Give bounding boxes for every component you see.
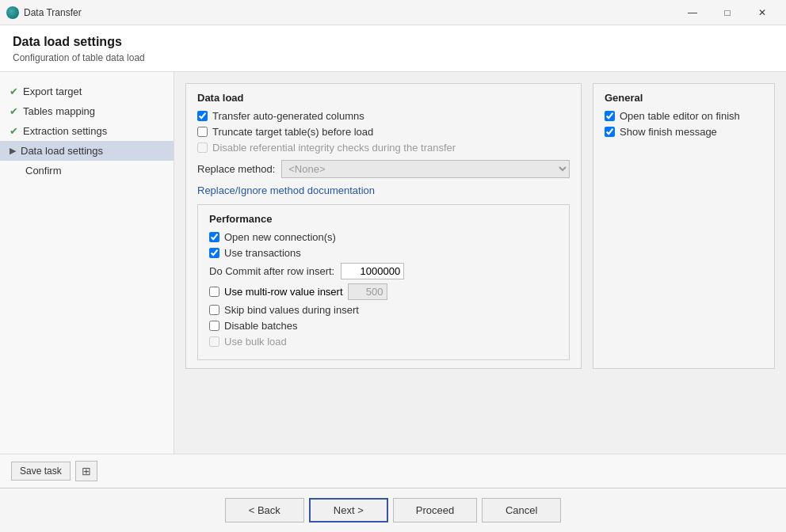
data-load-title: Data load (197, 92, 570, 104)
window-controls: — □ ✕ (675, 0, 780, 25)
minimize-button[interactable]: — (675, 0, 710, 25)
transfer-auto-label: Transfer auto-generated columns (212, 110, 364, 122)
sidebar-item-tables-mapping[interactable]: ✔ Tables mapping (0, 101, 174, 121)
performance-title: Performance (209, 213, 558, 225)
checkbox-row-show-finish-message: Show finish message (605, 126, 763, 138)
check-icon: ✔ (10, 86, 18, 97)
page-title: Data load settings (13, 35, 773, 49)
use-transactions-label: Use transactions (224, 247, 301, 259)
cancel-button[interactable]: Cancel (482, 498, 561, 522)
use-bulk-label: Use bulk load (224, 336, 287, 348)
replace-method-select[interactable]: <None> (281, 160, 570, 178)
checkbox-row-open-table-editor: Open table editor on finish (605, 110, 763, 122)
sidebar-label-tables-mapping: Tables mapping (23, 105, 95, 117)
page-subtitle: Configuration of table data load (13, 52, 773, 63)
sidebar-label-data-load-settings: Data load settings (21, 145, 103, 157)
check-icon: ✔ (10, 105, 18, 117)
open-table-editor-label: Open table editor on finish (620, 110, 740, 122)
sidebar-label-confirm: Confirm (25, 165, 62, 177)
use-bulk-checkbox (209, 336, 219, 347)
sidebar-label-export-target: Export target (23, 86, 82, 97)
proceed-button[interactable]: Proceed (393, 498, 477, 522)
commit-input[interactable] (341, 263, 404, 279)
show-finish-message-checkbox[interactable] (605, 127, 615, 137)
replace-method-label: Replace method: (197, 163, 275, 175)
skip-bind-label: Skip bind values during insert (224, 304, 359, 316)
task-icon-button[interactable]: ⊞ (75, 461, 97, 481)
task-icon: ⊞ (82, 465, 91, 477)
checkbox-row-use-bulk: Use bulk load (209, 336, 558, 348)
checkbox-row-open-new-connection: Open new connection(s) (209, 231, 558, 243)
open-table-editor-checkbox[interactable] (605, 111, 615, 121)
multirow-input (348, 283, 387, 300)
skip-bind-checkbox[interactable] (209, 305, 219, 315)
checkbox-row-disable-referential: Disable referential integrity checks dur… (197, 142, 570, 154)
performance-section: Performance Open new connection(s) Use t… (197, 204, 570, 360)
check-icon: ✔ (10, 125, 18, 137)
settings-row-top: Data load Transfer auto-generated column… (185, 83, 775, 369)
settings-panel: Data load Transfer auto-generated column… (174, 72, 786, 454)
disable-batches-label: Disable batches (224, 320, 298, 332)
commit-row: Do Commit after row insert: (209, 263, 558, 279)
truncate-target-label: Truncate target table(s) before load (212, 126, 373, 138)
checkbox-row-skip-bind: Skip bind values during insert (209, 304, 558, 316)
save-task-button[interactable]: Save task (11, 462, 71, 481)
doc-link[interactable]: Replace/Ignore method documentation (197, 184, 570, 196)
sidebar-item-extraction-settings[interactable]: ✔ Extraction settings (0, 121, 174, 141)
transfer-auto-checkbox[interactable] (197, 111, 208, 121)
window-title: Data Transfer (24, 7, 675, 18)
arrow-icon: ▶ (10, 146, 16, 156)
sidebar-item-export-target[interactable]: ✔ Export target (0, 82, 174, 101)
checkbox-row-use-transactions: Use transactions (209, 247, 558, 259)
checkbox-row-disable-batches: Disable batches (209, 320, 558, 332)
sidebar-item-data-load-settings[interactable]: ▶ Data load settings (0, 141, 174, 161)
disable-referential-label: Disable referential integrity checks dur… (212, 142, 456, 154)
open-new-connection-label: Open new connection(s) (224, 231, 336, 243)
sidebar: ✔ Export target ✔ Tables mapping ✔ Extra… (0, 72, 174, 454)
bottom-toolbar: Save task ⊞ (0, 454, 786, 488)
checkbox-row-transfer-auto: Transfer auto-generated columns (197, 110, 570, 122)
data-load-section: Data load Transfer auto-generated column… (185, 83, 582, 369)
use-transactions-checkbox[interactable] (209, 248, 219, 258)
main-content: ✔ Export target ✔ Tables mapping ✔ Extra… (0, 72, 786, 454)
app-header: Data load settings Configuration of tabl… (0, 25, 786, 72)
commit-label: Do Commit after row insert: (209, 265, 334, 277)
sidebar-item-confirm[interactable]: Confirm (16, 161, 174, 180)
disable-referential-checkbox (197, 142, 208, 153)
checkbox-row-truncate: Truncate target table(s) before load (197, 126, 570, 138)
multirow-row: Use multi-row value insert (209, 283, 558, 300)
multirow-label: Use multi-row value insert (224, 286, 343, 298)
maximize-button[interactable]: □ (710, 0, 745, 25)
app-icon (6, 6, 19, 19)
replace-method-row: Replace method: <None> (197, 160, 570, 178)
general-title: General (605, 92, 763, 104)
title-bar: Data Transfer — □ ✕ (0, 0, 786, 25)
sidebar-label-extraction-settings: Extraction settings (23, 125, 107, 137)
truncate-target-checkbox[interactable] (197, 127, 208, 137)
disable-batches-checkbox[interactable] (209, 321, 219, 331)
open-new-connection-checkbox[interactable] (209, 232, 219, 242)
next-button[interactable]: Next > (309, 498, 388, 522)
general-section: General Open table editor on finish Show… (593, 83, 775, 369)
multirow-checkbox[interactable] (209, 287, 219, 297)
footer: < Back Next > Proceed Cancel (0, 488, 786, 532)
close-button[interactable]: ✕ (745, 0, 780, 25)
back-button[interactable]: < Back (225, 498, 304, 522)
show-finish-message-label: Show finish message (620, 126, 717, 138)
